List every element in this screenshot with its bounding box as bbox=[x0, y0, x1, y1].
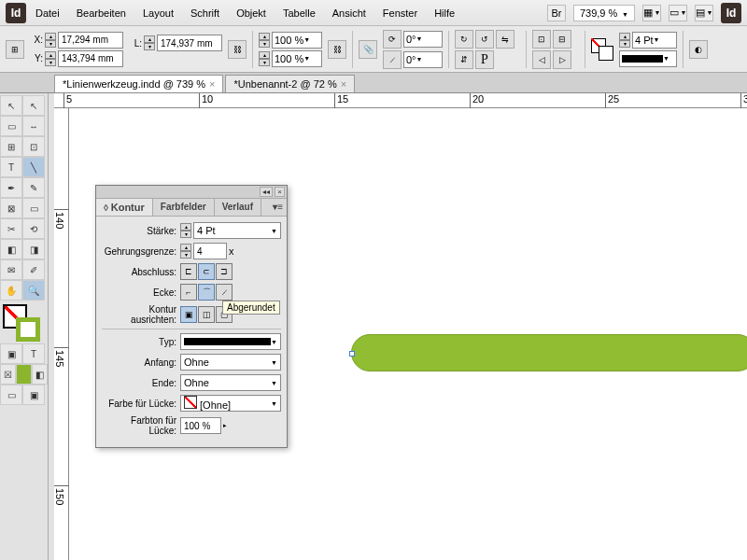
flip-v-button[interactable]: ⇵ bbox=[455, 50, 473, 69]
content-placer-tool[interactable]: ⊡ bbox=[22, 136, 45, 157]
scale-x-spinner[interactable]: ▴▾ bbox=[259, 33, 270, 48]
menu-bearbeiten[interactable]: Bearbeiten bbox=[69, 4, 134, 22]
page-tool[interactable]: ▭ bbox=[0, 116, 22, 136]
typ-select[interactable]: ▼ bbox=[180, 333, 281, 350]
menu-layout[interactable]: Layout bbox=[135, 4, 181, 22]
scale-link[interactable]: ⛓ bbox=[328, 40, 346, 59]
panel-tab-farbfelder[interactable]: Farbfelder bbox=[153, 199, 215, 216]
gap-tool[interactable]: ↔ bbox=[22, 116, 45, 136]
anfang-select[interactable]: Ohne▼ bbox=[180, 354, 281, 371]
line-tool[interactable]: ╲ bbox=[22, 157, 45, 177]
green-line-object[interactable] bbox=[351, 334, 747, 371]
select-content-button[interactable]: ⊟ bbox=[553, 30, 571, 49]
gradient-swatch-tool[interactable]: ◧ bbox=[0, 239, 22, 259]
menu-fenster[interactable]: Fenster bbox=[375, 4, 425, 22]
apply-none[interactable]: ☒ bbox=[0, 364, 16, 385]
join-miter-button[interactable]: ⌐ bbox=[180, 284, 197, 301]
scale-y[interactable]: 100 %▼ bbox=[272, 50, 322, 67]
cap-round-button[interactable]: ⊂ bbox=[198, 263, 215, 280]
panel-close-icon[interactable]: × bbox=[275, 187, 285, 197]
menu-hilfe[interactable]: Hilfe bbox=[427, 4, 462, 22]
panel-tab-kontur[interactable]: ◊ Kontur bbox=[96, 199, 153, 216]
y-input[interactable] bbox=[58, 50, 123, 67]
view-mode-normal[interactable]: ▭ bbox=[0, 385, 22, 405]
eyedropper-tool[interactable]: ✐ bbox=[22, 259, 45, 280]
x-spinner[interactable]: ▴▾ bbox=[45, 33, 56, 48]
doc-tab-1[interactable]: *Linienwerkzeug.indd @ 739 %× bbox=[54, 75, 223, 92]
farbe-select[interactable]: [Ohne]▼ bbox=[180, 395, 281, 412]
gehrung-input[interactable] bbox=[193, 243, 227, 259]
cap-butt-button[interactable]: ⊏ bbox=[180, 263, 197, 280]
join-round-button[interactable]: ⌒ bbox=[198, 284, 215, 301]
select-prev-button[interactable]: ◁ bbox=[532, 50, 551, 69]
zoom-tool[interactable]: 🔍 bbox=[22, 280, 45, 301]
cap-projecting-button[interactable]: ⊐ bbox=[216, 263, 233, 280]
scale-x[interactable]: 100 %▼ bbox=[272, 32, 322, 49]
staerke-select[interactable]: 4 Pt▼ bbox=[193, 222, 281, 239]
align-inside-button[interactable]: ◫ bbox=[198, 306, 215, 323]
selection-tool[interactable]: ↖ bbox=[0, 95, 22, 116]
menu-ansicht[interactable]: Ansicht bbox=[325, 4, 374, 22]
menu-datei[interactable]: Datei bbox=[28, 4, 67, 22]
close-icon[interactable]: × bbox=[209, 78, 215, 90]
scissors-tool[interactable]: ✂ bbox=[0, 218, 22, 239]
pen-tool[interactable]: ✒ bbox=[0, 177, 22, 198]
l-input[interactable] bbox=[157, 35, 222, 51]
type-tool[interactable]: T bbox=[0, 157, 22, 177]
effects-button[interactable]: ◐ bbox=[689, 40, 708, 59]
reference-point[interactable]: ⊞ bbox=[6, 40, 24, 59]
view-options-button[interactable]: ▦▼ bbox=[642, 5, 661, 21]
constrain-proportions[interactable]: ⛓ bbox=[228, 40, 247, 59]
p-button[interactable]: P bbox=[475, 50, 494, 69]
shear-angle[interactable]: 0°▼ bbox=[403, 51, 443, 68]
gradient-feather-tool[interactable]: ◨ bbox=[22, 239, 45, 259]
farbton-input[interactable]: 100 % bbox=[180, 417, 221, 434]
direct-selection-tool[interactable]: ↖ bbox=[22, 95, 45, 116]
staerke-spinner[interactable]: ▴▾ bbox=[180, 223, 191, 238]
gehrung-spinner[interactable]: ▴▾ bbox=[180, 244, 191, 259]
transform-tool[interactable]: ⟲ bbox=[22, 218, 45, 239]
bridge-button[interactable]: Br bbox=[547, 5, 566, 21]
scale-y-spinner[interactable]: ▴▾ bbox=[259, 51, 270, 66]
menu-objekt[interactable]: Objekt bbox=[229, 4, 274, 22]
stroke-weight[interactable]: 4 Pt▼ bbox=[632, 32, 677, 49]
x-input[interactable] bbox=[58, 32, 123, 49]
formatting-container[interactable]: ▣ bbox=[0, 343, 22, 364]
screen-mode-button[interactable]: ▭▼ bbox=[669, 5, 687, 21]
stroke-style[interactable]: ▼ bbox=[619, 50, 677, 67]
select-next-button[interactable]: ▷ bbox=[553, 50, 571, 69]
panel-menu-icon[interactable]: ▾≡ bbox=[269, 199, 287, 216]
farbton-caret[interactable]: ▸ bbox=[223, 422, 227, 429]
fill-stroke-swatch[interactable] bbox=[591, 38, 613, 61]
flip-h-button[interactable]: ⇋ bbox=[496, 30, 514, 49]
note-tool[interactable]: ✉ bbox=[0, 259, 22, 280]
doc-tab-2[interactable]: *Unbenannt-2 @ 72 %× bbox=[225, 75, 355, 92]
rotation-angle[interactable]: 0°▼ bbox=[403, 31, 443, 48]
panel-titlebar[interactable]: ◂◂ × bbox=[96, 186, 287, 199]
formatting-text[interactable]: T bbox=[22, 343, 45, 364]
rotate-ccw-button[interactable]: ↺ bbox=[475, 30, 494, 49]
view-mode-preview[interactable]: ▣ bbox=[22, 385, 45, 405]
apply-gradient[interactable]: ◧ bbox=[32, 364, 48, 385]
join-bevel-button[interactable]: ⟋ bbox=[216, 284, 233, 301]
select-container-button[interactable]: ⊡ bbox=[532, 30, 551, 49]
content-tool[interactable]: ⊞ bbox=[0, 136, 22, 157]
fill-stroke-control[interactable] bbox=[3, 304, 44, 340]
rectangle-frame-tool[interactable]: ⊠ bbox=[0, 198, 22, 218]
panel-tab-verlauf[interactable]: Verlauf bbox=[215, 199, 261, 216]
l-spinner[interactable]: ▴▾ bbox=[144, 35, 155, 50]
arrange-button[interactable]: ▤▼ bbox=[695, 5, 713, 21]
menu-schrift[interactable]: Schrift bbox=[183, 4, 227, 22]
apply-color[interactable] bbox=[16, 364, 32, 385]
close-icon[interactable]: × bbox=[341, 78, 346, 90]
menu-tabelle[interactable]: Tabelle bbox=[275, 4, 323, 22]
clip-icon[interactable]: 📎 bbox=[359, 40, 377, 59]
rotate-cw-button[interactable]: ↻ bbox=[455, 30, 473, 49]
zoom-level[interactable]: 739,9 % ▼ bbox=[573, 5, 635, 21]
y-spinner[interactable]: ▴▾ bbox=[45, 51, 56, 66]
ende-select[interactable]: Ohne▼ bbox=[180, 374, 281, 391]
panel-collapse-icon[interactable]: ◂◂ bbox=[260, 187, 273, 197]
pencil-tool[interactable]: ✎ bbox=[22, 177, 45, 198]
rectangle-tool[interactable]: ▭ bbox=[22, 198, 45, 218]
align-center-button[interactable]: ▣ bbox=[180, 306, 197, 323]
